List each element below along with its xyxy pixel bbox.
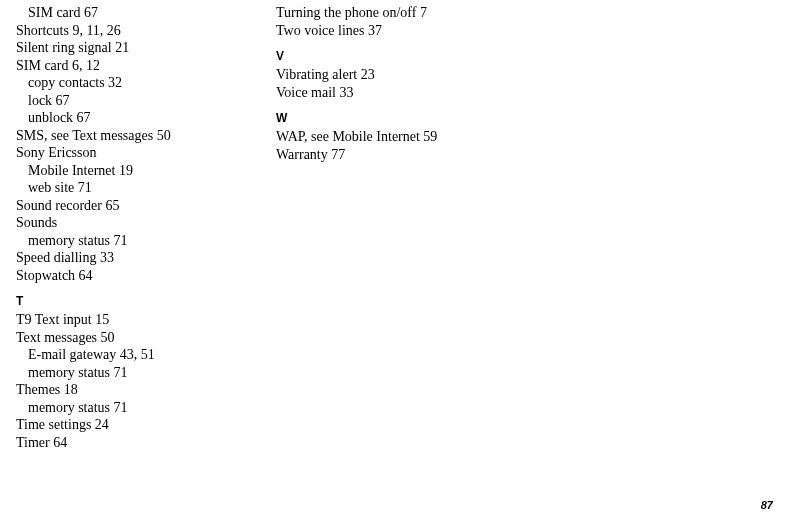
index-subentry: memory status 71 (16, 364, 276, 382)
index-entry: Themes 18 (16, 381, 276, 399)
index-letter-T: T (16, 294, 276, 309)
column-1: SIM card 67 Shortcuts 9, 11, 26 Silent r… (16, 4, 276, 451)
index-entry: SIM card 6, 12 (16, 57, 276, 75)
index-entry: Speed dialling 33 (16, 249, 276, 267)
index-page: SIM card 67 Shortcuts 9, 11, 26 Silent r… (0, 0, 787, 451)
index-entry: SIM card 67 (16, 4, 276, 22)
index-entry: Warranty 77 (276, 146, 536, 164)
index-entry: Sony Ericsson (16, 144, 276, 162)
page-number: 87 (761, 499, 773, 511)
index-entry: Timer 64 (16, 434, 276, 452)
index-entry: Stopwatch 64 (16, 267, 276, 285)
index-entry: T9 Text input 15 (16, 311, 276, 329)
index-entry: Silent ring signal 21 (16, 39, 276, 57)
column-2: Turning the phone on/off 7 Two voice lin… (276, 4, 536, 451)
index-subentry: lock 67 (16, 92, 276, 110)
index-entry: Sound recorder 65 (16, 197, 276, 215)
index-entry: Two voice lines 37 (276, 22, 536, 40)
index-subentry: Mobile Internet 19 (16, 162, 276, 180)
index-subentry: E-mail gateway 43, 51 (16, 346, 276, 364)
index-entry: Shortcuts 9, 11, 26 (16, 22, 276, 40)
index-entry: Time settings 24 (16, 416, 276, 434)
index-subentry: copy contacts 32 (16, 74, 276, 92)
index-entry: Text messages 50 (16, 329, 276, 347)
index-letter-V: V (276, 49, 536, 64)
index-entry: SMS, see Text messages 50 (16, 127, 276, 145)
index-letter-W: W (276, 111, 536, 126)
index-entry: Vibrating alert 23 (276, 66, 536, 84)
index-subentry: memory status 71 (16, 399, 276, 417)
index-entry: Sounds (16, 214, 276, 232)
index-subentry: web site 71 (16, 179, 276, 197)
index-entry: Turning the phone on/off 7 (276, 4, 536, 22)
index-subentry: unblock 67 (16, 109, 276, 127)
index-subentry: memory status 71 (16, 232, 276, 250)
index-entry: Voice mail 33 (276, 84, 536, 102)
index-entry: WAP, see Mobile Internet 59 (276, 128, 536, 146)
